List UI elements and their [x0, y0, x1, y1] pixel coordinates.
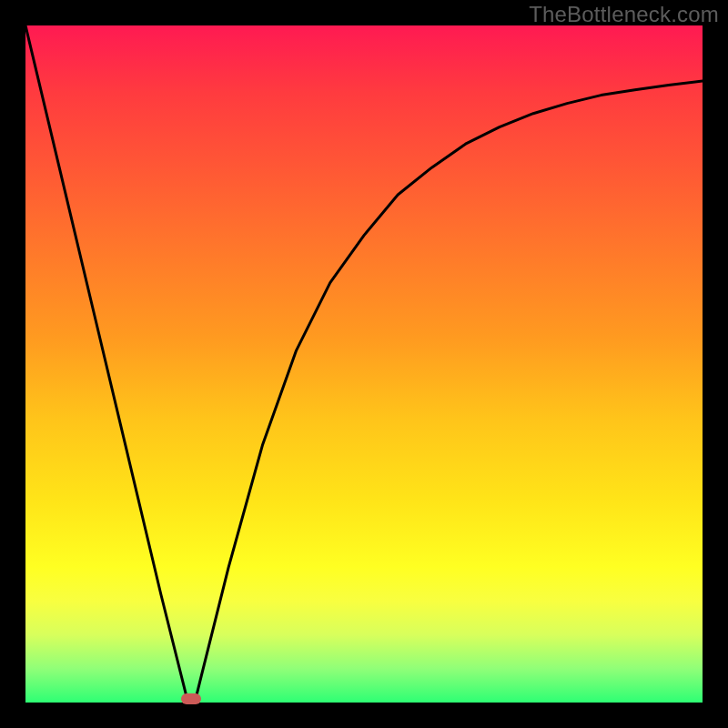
- minimum-marker: [181, 693, 201, 704]
- plot-area: [25, 25, 703, 703]
- bottleneck-curve: [25, 25, 703, 703]
- chart-frame: TheBottleneck.com: [0, 0, 728, 728]
- watermark-text: TheBottleneck.com: [529, 2, 719, 27]
